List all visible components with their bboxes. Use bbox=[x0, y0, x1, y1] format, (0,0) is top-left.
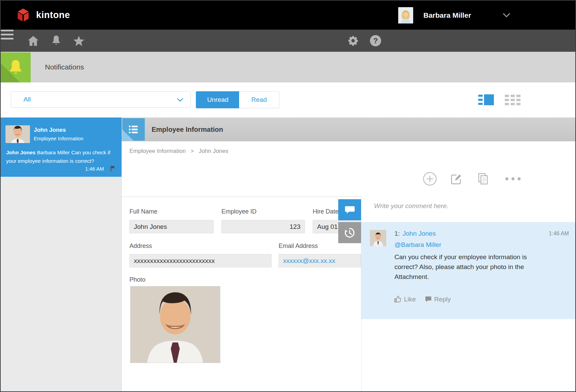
address-value: xxxxxxxxxxxxxxxxxxxxxxxxx bbox=[134, 257, 215, 265]
add-record-button[interactable] bbox=[423, 172, 437, 186]
notification-body-bold: John Jones bbox=[6, 150, 35, 155]
read-tab[interactable]: Read bbox=[239, 91, 279, 108]
employee-id-label: Employee ID bbox=[221, 208, 256, 215]
flag-icon[interactable] bbox=[110, 165, 116, 172]
navbar: ? bbox=[1, 30, 575, 52]
employee-photo bbox=[130, 286, 220, 363]
comment-actions: Like Reply bbox=[394, 295, 451, 303]
hamburger-menu-icon[interactable] bbox=[1, 30, 14, 40]
reply-button[interactable]: Reply bbox=[425, 296, 451, 303]
full-name-field: John Jones bbox=[129, 220, 214, 233]
comment-mention-link[interactable]: @Barbara Miller bbox=[394, 241, 441, 249]
photo-label: Photo bbox=[129, 276, 145, 283]
list-view-toggle-icon[interactable] bbox=[505, 94, 520, 106]
email-field: xxxxxx@xxx.xx.xx bbox=[279, 254, 361, 267]
record-app-title: Employee Information bbox=[152, 117, 223, 141]
comment-author-link[interactable]: John Jones bbox=[403, 230, 436, 237]
settings-gear-icon[interactable] bbox=[347, 35, 359, 46]
read-label: Read bbox=[251, 96, 267, 104]
unread-label: Unread bbox=[207, 96, 228, 104]
full-name-value: John Jones bbox=[134, 223, 167, 231]
address-field: xxxxxxxxxxxxxxxxxxxxxxxxx bbox=[129, 254, 271, 267]
notifications-app-icon bbox=[1, 52, 31, 82]
like-label: Like bbox=[404, 296, 416, 303]
comment-input[interactable]: Write your comment here. bbox=[374, 202, 449, 210]
record-app-header: Employee Information bbox=[122, 117, 576, 141]
reply-bubble-icon bbox=[425, 296, 432, 303]
hire-date-label: Hire Date bbox=[313, 208, 339, 215]
kintone-logo-icon bbox=[15, 8, 31, 23]
user-avatar bbox=[398, 7, 413, 23]
more-options-button[interactable] bbox=[505, 177, 521, 181]
brand[interactable]: kintone bbox=[15, 1, 70, 30]
comment-panel: Write your comment here. 1: John Jones 1… bbox=[361, 197, 576, 392]
comment-number: 1: bbox=[394, 230, 400, 237]
favorites-star-icon[interactable] bbox=[73, 35, 85, 47]
sender-avatar bbox=[5, 125, 30, 143]
thumbs-up-icon bbox=[394, 295, 402, 303]
email-link[interactable]: xxxxxx@xxx.xx.xx bbox=[283, 257, 335, 265]
notifications-bell-icon[interactable] bbox=[51, 35, 61, 46]
employee-id-field: 123 bbox=[221, 220, 305, 233]
notification-body: John Jones Barbara Miller Can you check … bbox=[6, 148, 117, 165]
home-icon[interactable] bbox=[27, 35, 39, 46]
brand-name: kintone bbox=[36, 10, 70, 20]
chevron-down-icon bbox=[177, 98, 184, 102]
help-icon[interactable]: ? bbox=[370, 35, 381, 46]
notification-filter-dropdown[interactable]: All bbox=[11, 91, 191, 108]
breadcrumb-app-link[interactable]: Employee Information bbox=[129, 148, 186, 155]
page-header: Notifications bbox=[1, 52, 575, 82]
comment-body: Can you check if your employee informati… bbox=[394, 252, 531, 282]
notification-time: 1:46 AM bbox=[85, 166, 104, 172]
filter-value: All bbox=[24, 96, 31, 103]
reply-label: Reply bbox=[434, 296, 451, 303]
notification-list-panel: John Jones Employee Information John Jon… bbox=[1, 117, 122, 392]
address-label: Address bbox=[129, 242, 152, 250]
notification-sender: John Jones bbox=[34, 127, 66, 134]
email-label: Email Address bbox=[279, 242, 318, 250]
employee-id-value: 123 bbox=[290, 223, 300, 231]
comments-tab[interactable] bbox=[338, 199, 361, 220]
edit-record-button[interactable] bbox=[450, 172, 463, 185]
employee-app-icon[interactable] bbox=[122, 118, 145, 141]
breadcrumb-current: John Jones bbox=[199, 148, 228, 155]
chevron-down-icon bbox=[502, 13, 511, 18]
topbar: kintone Barbara Miller bbox=[1, 1, 575, 30]
comment-timestamp: 1:46 AM bbox=[549, 231, 569, 237]
change-history-tab[interactable] bbox=[338, 222, 361, 243]
unread-tab[interactable]: Unread bbox=[196, 91, 240, 108]
notification-app-name: Employee Information bbox=[34, 136, 83, 141]
breadcrumb: Employee Information > John Jones bbox=[129, 141, 228, 161]
kintone-app: kintone Barbara Miller bbox=[0, 0, 576, 392]
notification-item-selected[interactable]: John Jones Employee Information John Jon… bbox=[1, 117, 122, 177]
filter-bar: All Unread Read bbox=[1, 82, 575, 117]
like-button[interactable]: Like bbox=[394, 295, 416, 303]
hire-date-value: Aug 01 bbox=[317, 223, 338, 231]
comment-item: 1: John Jones 1:46 AM @Barbara Miller Ca… bbox=[361, 222, 576, 319]
duplicate-record-button[interactable] bbox=[477, 172, 489, 185]
page-title: Notifications bbox=[45, 52, 84, 82]
breadcrumb-separator: > bbox=[190, 148, 194, 155]
comment-author-avatar bbox=[370, 230, 386, 246]
user-name: Barbara Miller bbox=[423, 11, 471, 19]
user-menu[interactable]: Barbara Miller bbox=[398, 1, 575, 30]
full-name-label: Full Name bbox=[129, 208, 157, 215]
split-view-toggle-icon[interactable] bbox=[478, 94, 494, 106]
